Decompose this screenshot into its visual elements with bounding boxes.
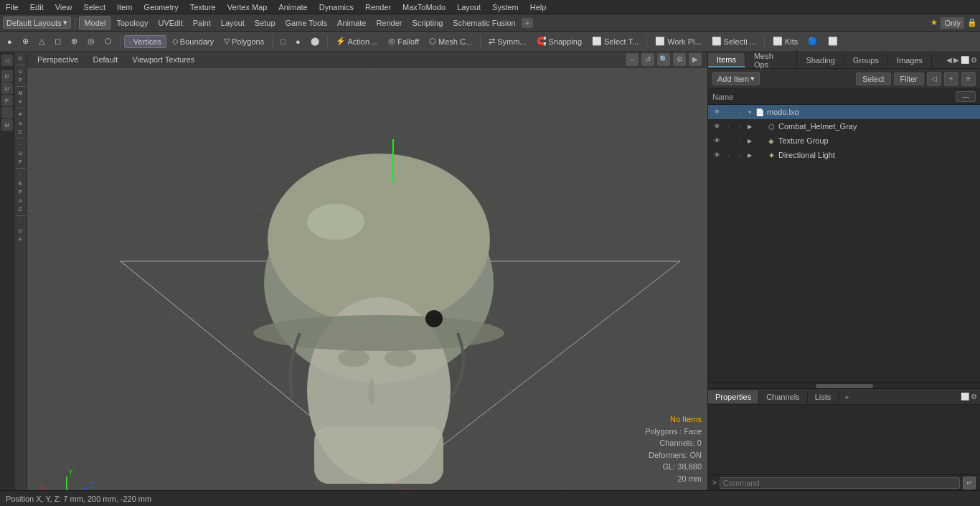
expand-icon-light[interactable]: ▶ [745,149,754,161]
viewport-icon-play[interactable]: ▶ [689,53,702,66]
grid-button[interactable]: ⬜ [824,35,842,47]
snapping-button[interactable]: 🧲 Snapping [532,35,587,47]
expand-icon-mesh[interactable]: ▶ [745,121,754,132]
cmd-submit-button[interactable]: ↵ [963,477,976,489]
scroll-thumb[interactable] [816,384,873,388]
eye-icon-root2[interactable]: · [722,106,734,118]
kits-button[interactable]: ⬜ Kits [768,35,802,47]
items-scrollbar[interactable] [708,383,980,388]
ptab-expand-icon[interactable]: ⬜ [961,393,969,400]
lt-btn-13[interactable]: E [15,179,27,187]
layout-dropdown[interactable]: Default Layouts ▾ [3,17,71,29]
sidebar-btn-d[interactable]: · [1,107,13,118]
mesh-button[interactable]: ⬡ Mesh C... [425,35,476,47]
action-button[interactable]: ⚡ Action ... [331,35,383,47]
tab-items[interactable]: Items [708,53,745,67]
ptab-lists[interactable]: Lists [808,390,839,403]
eye-icon-root3[interactable]: · [734,106,745,118]
items-tool-1[interactable]: ◁ [927,72,941,86]
items-tool-3[interactable]: ≡ [961,72,976,86]
tab-meshops[interactable]: Mesh Ops [745,50,798,71]
sidebar-btn-c[interactable]: P [1,95,13,106]
lt-btn-14[interactable]: P [15,188,27,196]
tab-groups[interactable]: Groups [844,54,888,67]
falloff-button[interactable]: ◎ Falloff [384,35,423,47]
menu-vertexmap[interactable]: Vertex Map [222,1,273,13]
sidebar-toggle[interactable]: ◁ [1,55,13,66]
lock-icon[interactable]: 🔒 [967,18,977,27]
viewport-icon-move[interactable]: ↔ [626,53,639,66]
tab-layout[interactable]: Layout [217,17,249,29]
eye-icon-texgrp2[interactable]: · [722,135,734,146]
tab-shading[interactable]: Shading [797,54,844,67]
only-button[interactable]: Only [941,17,964,29]
tab-scripting[interactable]: Scripting [408,17,448,29]
lt-btn-10[interactable]: U [15,149,27,157]
select-button[interactable]: Select [856,72,891,85]
lt-btn-5[interactable]: e [15,98,27,106]
tree-item-light[interactable]: 👁 · · ▶ ☀ Directional Light [708,148,980,162]
tab-settings[interactable]: ⚙ [971,56,977,64]
boundary-button[interactable]: ◇ Boundary [168,35,218,47]
viewport-perspective-btn[interactable]: Perspective [33,54,83,65]
menu-item[interactable]: Item [111,1,138,13]
lt-btn-17[interactable]: · [15,218,27,226]
select-through-button[interactable]: ⬜ Select T... [588,35,643,47]
tab-schematic-fusion[interactable]: Schematic Fusion [448,17,519,29]
tree-item-root[interactable]: 👁 · · ▾ 📄 modo.lxo [708,105,980,119]
menu-geometry[interactable]: Geometry [138,1,184,13]
lt-btn-12[interactable]: · [15,171,27,179]
menu-select[interactable]: Select [77,1,111,13]
tool-mode-1[interactable]: □ [276,36,290,47]
lt-btn-18[interactable]: U [15,227,27,235]
viewport-default-btn[interactable]: Default [88,54,122,65]
symmetry-button[interactable]: ⇄ Symm... [484,35,530,47]
lt-btn-2[interactable]: U [15,67,27,75]
tool-btn-4[interactable]: ◻ [50,35,65,47]
tab-render[interactable]: Render [372,17,406,29]
sidebar-btn-a[interactable]: D [1,70,13,82]
tab-images[interactable]: Images [888,54,932,67]
menu-dynamics[interactable]: Dynamics [314,1,359,13]
menu-maxtomodo[interactable]: MaxToModo [397,1,451,13]
star-icon[interactable]: ★ [930,18,938,27]
eye-icon-light3[interactable]: · [734,149,745,161]
tab-arrow-left[interactable]: ◀ [946,56,952,64]
eye-icon-root[interactable]: 👁 [711,106,722,118]
canvas-area[interactable]: Z Y X No Items Polygons : Face Channels:… [27,67,707,490]
eye-icon-texgrp[interactable]: 👁 [711,135,722,146]
menu-render[interactable]: Render [359,1,397,13]
menu-file[interactable]: File [0,1,24,13]
lt-btn-4[interactable]: M [15,89,27,97]
add-item-button[interactable]: Add Item ▾ [712,72,760,85]
expand-icon-root[interactable]: ▾ [745,106,754,118]
sidebar-btn-e[interactable]: M [1,119,13,131]
items-tree[interactable]: 👁 · · ▾ 📄 modo.lxo 👁 · · ▶ ⬡ Combat_Helm… [708,105,980,383]
eye-icon-texgrp3[interactable]: · [734,135,745,146]
eye-icon-mesh2[interactable]: · [722,121,734,132]
filter-button[interactable]: Filter [894,72,924,85]
add-tab-button[interactable]: + [522,18,533,28]
sidebar-btn-b[interactable]: U [1,83,13,94]
eye-icon-light[interactable]: 👁 [711,149,722,161]
right-tab-plus[interactable] [932,58,943,62]
ptab-plus[interactable]: + [839,390,854,403]
items-tool-2[interactable]: + [944,72,958,86]
tab-setup[interactable]: Setup [250,17,280,29]
tab-model[interactable]: Model [79,17,110,29]
viewport-icon-settings[interactable]: ⚙ [673,53,686,66]
lt-btn-1[interactable]: D [15,55,27,62]
menu-help[interactable]: Help [524,1,552,13]
tool-btn-1[interactable]: ● [3,36,17,47]
lt-btn-11[interactable]: F [15,158,27,166]
lt-btn-8[interactable]: C [15,128,27,136]
ptab-channels[interactable]: Channels [759,390,807,403]
tool-mode-3[interactable]: ⬤ [306,35,324,47]
expand-icon-texgrp[interactable]: ▶ [745,135,754,146]
ptab-properties[interactable]: Properties [708,390,759,403]
tab-expand[interactable]: ⬜ [961,56,969,64]
tab-uvedit[interactable]: UVEdit [154,17,187,29]
lt-btn-16[interactable]: C [15,205,27,213]
tool-btn-3[interactable]: △ [34,35,49,47]
tab-topology[interactable]: Topology [112,17,152,29]
